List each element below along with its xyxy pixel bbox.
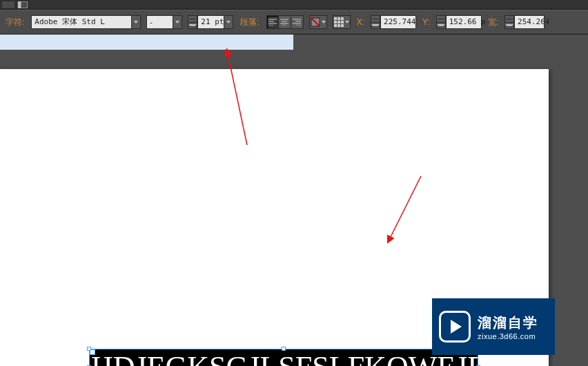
- handle-icon[interactable]: [87, 347, 91, 351]
- font-size-spinner[interactable]: [188, 15, 197, 29]
- align-group: [266, 15, 304, 29]
- text-frame[interactable]: HDJEGKSGJLSFSLFKOWEJF: [89, 349, 478, 366]
- x-coord-field[interactable]: 225.744: [380, 15, 416, 29]
- font-size-up-icon[interactable]: [188, 16, 197, 23]
- align-right-button[interactable]: [291, 15, 304, 29]
- paragraph-label: 段落:: [239, 17, 260, 28]
- svg-rect-17: [334, 17, 337, 20]
- svg-rect-25: [341, 24, 344, 27]
- menubar: [0, 0, 588, 10]
- y-coord-field[interactable]: 152.66 p: [446, 15, 482, 29]
- options-bar: 字符: Adobe 宋体 Std L - 21 pt 段落:: [0, 10, 588, 35]
- svg-rect-24: [337, 24, 340, 27]
- font-family-drop-icon[interactable]: [131, 15, 141, 29]
- panel-toggle-icon[interactable]: [17, 1, 29, 9]
- font-style-dropdown[interactable]: -: [146, 15, 182, 29]
- play-icon: [439, 311, 471, 343]
- font-style-drop-icon[interactable]: [173, 15, 182, 29]
- y-coord-label: Y:: [422, 17, 431, 27]
- font-size-drop-icon[interactable]: [224, 15, 233, 29]
- svg-rect-2: [18, 1, 21, 8]
- x-coord-spinner[interactable]: [371, 15, 380, 29]
- spin-down-icon[interactable]: [437, 23, 445, 29]
- y-coord-spinner[interactable]: [436, 15, 446, 29]
- svg-rect-23: [334, 24, 337, 27]
- w-coord-field[interactable]: 254.264: [514, 15, 545, 29]
- font-size-dropdown[interactable]: 21 pt: [197, 15, 233, 29]
- font-size-value[interactable]: 21 pt: [197, 15, 224, 29]
- align-left-button[interactable]: [266, 15, 279, 29]
- watermark-url: zixue.3d66.com: [478, 332, 538, 340]
- spin-up-icon[interactable]: [437, 16, 445, 23]
- spin-down-icon[interactable]: [371, 23, 380, 29]
- align-center-button[interactable]: [279, 15, 291, 29]
- font-family-value[interactable]: Adobe 宋体 Std L: [31, 15, 131, 29]
- text-content[interactable]: HDJEGKSGJLSFSLFKOWEJF: [90, 349, 478, 366]
- menu-placeholder[interactable]: [1, 1, 15, 9]
- watermark: 溜溜自学 zixue.3d66.com: [432, 298, 555, 355]
- spin-up-icon[interactable]: [505, 16, 513, 23]
- spin-down-icon[interactable]: [505, 23, 513, 29]
- svg-rect-21: [337, 21, 340, 23]
- spin-up-icon[interactable]: [371, 16, 380, 23]
- font-size-down-icon[interactable]: [188, 23, 197, 29]
- ruler-strip: [0, 35, 293, 50]
- w-coord-spinner[interactable]: [504, 15, 514, 29]
- svg-rect-22: [341, 21, 344, 23]
- svg-rect-20: [334, 21, 337, 23]
- character-label: 字符:: [4, 17, 26, 28]
- font-family-dropdown[interactable]: Adobe 宋体 Std L: [31, 15, 141, 29]
- watermark-brand: 溜溜自学: [478, 314, 538, 332]
- w-coord-label: 宽:: [487, 17, 499, 28]
- handle-icon[interactable]: [282, 347, 286, 351]
- document-area: HDJEGKSGJLSFSLFKOWEJF 溜溜自学 zixue.3d66.co…: [0, 35, 588, 366]
- svg-rect-19: [341, 17, 344, 20]
- svg-rect-18: [337, 17, 340, 20]
- grid-options-button[interactable]: [333, 15, 351, 29]
- x-coord-label: X:: [356, 17, 365, 27]
- font-style-value[interactable]: -: [146, 15, 173, 29]
- fill-dropdown-button[interactable]: [309, 15, 327, 29]
